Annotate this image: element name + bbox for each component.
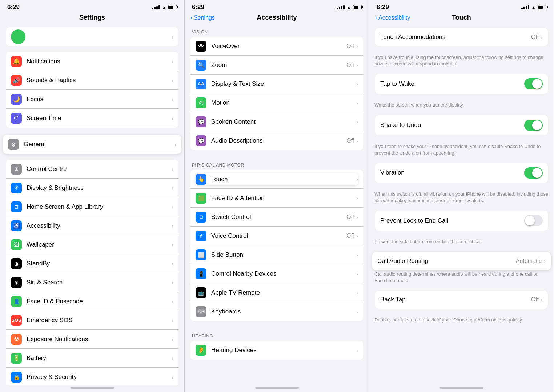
battery-label: Battery bbox=[27, 355, 172, 362]
motion-label: Motion bbox=[211, 99, 356, 107]
settings-item-accessibility[interactable]: ♿ Accessibility › bbox=[6, 216, 178, 235]
keyboards-chevron: › bbox=[356, 309, 358, 315]
vibration-row[interactable]: Vibration bbox=[375, 163, 548, 183]
accessibility-item-audiodesc[interactable]: 💬 Audio Descriptions Off › bbox=[190, 131, 363, 150]
preventlock-row[interactable]: Prevent Lock to End Call bbox=[375, 211, 548, 231]
touch-scroll[interactable]: Touch Accommodations Off › If you have t… bbox=[369, 24, 554, 385]
touch-accommodations-row[interactable]: Touch Accommodations Off › bbox=[375, 28, 548, 46]
shake-undo-row[interactable]: Shake to Undo bbox=[375, 115, 548, 135]
exposure-chevron: › bbox=[172, 336, 173, 342]
accessibility-item-faceid[interactable]: 🟩 Face ID & Attention › bbox=[190, 189, 363, 208]
controlcentre-icon: ⊞ bbox=[11, 164, 22, 175]
battery-icon-2 bbox=[353, 5, 362, 9]
nearby-chevron: › bbox=[356, 271, 358, 277]
accessibility-item-switchcontrol[interactable]: ⊞ Switch Control Off › bbox=[190, 208, 363, 227]
settings-item-standby[interactable]: ◑ StandBy › bbox=[6, 254, 178, 273]
settings-item-wallpaper[interactable]: 🖼 Wallpaper › bbox=[6, 235, 178, 254]
accessibility-item-voicecontrol[interactable]: 🎙 Voice Control Off › bbox=[190, 227, 363, 245]
accessibility-item-nearby[interactable]: 📱 Control Nearby Devices › bbox=[190, 264, 363, 283]
shake-undo-toggle[interactable] bbox=[524, 120, 543, 131]
settings-item-homescreen[interactable]: ⊟ Home Screen & App Library › bbox=[6, 197, 178, 216]
preventlock-label: Prevent Lock to End Call bbox=[380, 217, 524, 224]
tap-to-wake-label: Tap to Wake bbox=[380, 80, 524, 88]
settings-item-screentime[interactable]: ⏱ Screen Time › bbox=[6, 109, 178, 128]
accessibility-item-appletv[interactable]: 📺 Apple TV Remote › bbox=[190, 283, 363, 302]
settings-item-emergency[interactable]: SOS Emergency SOS › bbox=[6, 311, 178, 330]
accessibility-item-motion[interactable]: ◎ Motion › bbox=[190, 93, 363, 112]
vibration-group: Vibration bbox=[375, 163, 548, 183]
accessibility-icon: ♿ bbox=[11, 220, 22, 231]
accessibility-item-touch[interactable]: 👆 Touch › bbox=[196, 173, 358, 185]
settings-item-general[interactable]: ⚙ General › bbox=[3, 135, 181, 154]
settings-item-battery[interactable]: 🔋 Battery › bbox=[6, 349, 178, 368]
tap-to-wake-toggle[interactable] bbox=[524, 78, 543, 89]
touch-icon: 👆 bbox=[196, 174, 206, 185]
audiodesc-icon: 💬 bbox=[196, 135, 206, 146]
wallpaper-icon: 🖼 bbox=[11, 239, 22, 250]
accessibility-item-sidebutton[interactable]: ⬜ Side Button › bbox=[190, 245, 363, 264]
accessibility-back-button[interactable]: ‹ Settings bbox=[190, 14, 215, 21]
settings-item-focus[interactable]: 🌙 Focus › bbox=[6, 90, 178, 109]
settings-item-display[interactable]: ☀ Display & Brightness › bbox=[6, 179, 178, 197]
settings-item-faceidpasscode[interactable]: 👤 Face ID & Passcode › bbox=[6, 292, 178, 311]
accessibility-label: Accessibility bbox=[27, 222, 172, 229]
accessibility-item-zoom[interactable]: 🔍 Zoom Off › bbox=[190, 56, 363, 75]
spoken-label: Spoken Content bbox=[211, 118, 356, 125]
shake-undo-desc: If you tend to shake your iPhone by acci… bbox=[369, 143, 554, 160]
settings-item-controlcentre[interactable]: ⊞ Control Centre › bbox=[6, 160, 178, 179]
accessibility-item-spoken[interactable]: 💬 Spoken Content › bbox=[190, 112, 363, 131]
signal-icon-1 bbox=[152, 5, 160, 9]
profile-chevron: › bbox=[172, 34, 173, 40]
tap-to-wake-desc: Wake the screen when you tap the display… bbox=[369, 101, 554, 112]
focus-icon: 🌙 bbox=[11, 94, 22, 105]
accessibility-scroll[interactable]: VISION 👁 VoiceOver Off › 🔍 Zoom Off › bbox=[185, 24, 369, 385]
faceid-chevron: › bbox=[172, 298, 173, 304]
accessibility-item-hearingdevices[interactable]: 👂 Hearing Devices › bbox=[190, 341, 363, 360]
switchcontrol-chevron: › bbox=[356, 214, 358, 220]
status-time-3: 6:29 bbox=[377, 4, 389, 11]
settings-title: Settings bbox=[79, 14, 105, 21]
settings-scroll[interactable]: › 🔔 Notifications › 🔊 Sounds & Haptics ›… bbox=[0, 24, 184, 385]
wifi-icon-2: ▲ bbox=[346, 5, 351, 10]
touch-back-button[interactable]: ‹ Accessibility bbox=[375, 14, 410, 21]
display-icon: ☀ bbox=[11, 183, 22, 193]
motion-icon: ◎ bbox=[196, 97, 206, 108]
emergency-label: Emergency SOS bbox=[27, 317, 172, 324]
hearingdevices-icon: 👂 bbox=[196, 345, 206, 356]
settings-item-notifications[interactable]: 🔔 Notifications › bbox=[6, 52, 178, 71]
backtap-label: Back Tap bbox=[380, 296, 531, 303]
emergency-icon: SOS bbox=[11, 315, 22, 326]
profile-row[interactable]: › bbox=[6, 27, 178, 46]
settings-item-privacy[interactable]: 🔒 Privacy & Security › bbox=[6, 368, 178, 385]
settings-panel: 6:29 ▲ Settings › 🔔 bbox=[0, 0, 185, 392]
sounds-label: Sounds & Haptics bbox=[27, 77, 172, 84]
spoken-chevron: › bbox=[356, 119, 358, 125]
faceid2-label: Face ID & Attention bbox=[211, 195, 356, 202]
accessibility-item-keyboards[interactable]: ⌨ Keyboards › bbox=[190, 302, 363, 321]
backtap-row[interactable]: Back Tap Off › bbox=[375, 291, 548, 309]
touch-accommodations-desc: If you have trouble using the touchscree… bbox=[369, 53, 554, 71]
standby-icon: ◑ bbox=[11, 258, 22, 269]
backtap-chevron: › bbox=[541, 296, 543, 303]
spoken-icon: 💬 bbox=[196, 116, 206, 127]
general-chevron: › bbox=[174, 141, 176, 148]
vibration-toggle[interactable] bbox=[524, 167, 543, 179]
faceid-label: Face ID & Passcode bbox=[27, 298, 172, 305]
appletv-icon: 📺 bbox=[196, 287, 206, 298]
callaudio-chevron: › bbox=[544, 258, 546, 264]
callaudio-row[interactable]: Call Audio Routing Automatic › bbox=[372, 252, 551, 270]
tap-to-wake-row[interactable]: Tap to Wake bbox=[375, 74, 548, 94]
accessibility-item-voiceover[interactable]: 👁 VoiceOver Off › bbox=[190, 37, 363, 56]
preventlock-toggle[interactable] bbox=[524, 215, 543, 226]
emergency-chevron: › bbox=[172, 317, 173, 323]
settings-item-sounds[interactable]: 🔊 Sounds & Haptics › bbox=[6, 71, 178, 90]
accessibility-item-displaytext[interactable]: AA Display & Text Size › bbox=[190, 75, 363, 93]
settings-item-siri[interactable]: ◉ Siri & Search › bbox=[6, 273, 178, 292]
back-chevron-3: ‹ bbox=[375, 14, 377, 21]
settings-group-1: 🔔 Notifications › 🔊 Sounds & Haptics › 🌙… bbox=[6, 52, 178, 128]
voiceover-icon: 👁 bbox=[196, 41, 206, 52]
status-bar-1: 6:29 ▲ bbox=[0, 0, 184, 12]
nearby-icon: 📱 bbox=[196, 268, 206, 279]
settings-item-exposure[interactable]: ☢ Exposure Notifications › bbox=[6, 330, 178, 349]
homescreen-chevron: › bbox=[172, 204, 173, 210]
